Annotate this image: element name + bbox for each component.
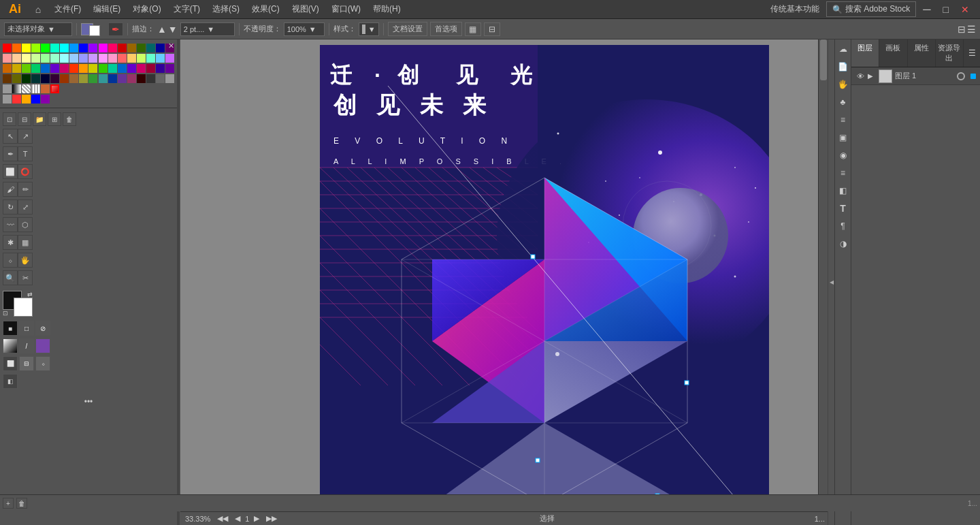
swatch-r2-2[interactable] — [12, 54, 21, 63]
swatch-r3-16[interactable] — [146, 64, 155, 73]
stroke-down-icon[interactable]: ▼ — [168, 24, 178, 35]
menu-object[interactable]: 对象(O) — [127, 2, 166, 16]
close-btn[interactable]: ✕ — [956, 3, 975, 16]
opacity-dropdown[interactable]: 100% ▼ — [284, 22, 325, 36]
ellipse-tool[interactable]: ⭕ — [18, 164, 33, 179]
swatch-s1[interactable] — [3, 95, 12, 104]
swatch-r2-3[interactable] — [22, 54, 31, 63]
layer-name[interactable]: 图层 1 — [895, 71, 954, 81]
swatch-r2-18[interactable] — [165, 54, 174, 63]
swatch-pink[interactable] — [108, 44, 117, 52]
swatch-r2-17[interactable] — [156, 54, 165, 63]
workspace-dropdown[interactable]: 传统基本功能 — [765, 2, 825, 16]
swatch-dark-green[interactable] — [137, 44, 146, 52]
stroke-dropdown[interactable]: 2 pt.... ▼ — [180, 22, 235, 36]
swatch-r3-1[interactable] — [3, 64, 12, 73]
menu-help[interactable]: 帮助(H) — [368, 2, 406, 16]
screen-mode-icon[interactable]: ◧ — [3, 374, 18, 389]
hand-rail-icon[interactable]: 🖐 — [836, 78, 850, 91]
tool-delete-icon[interactable]: 🗑 — [63, 112, 76, 126]
layer-expand-arrow[interactable]: ▶ — [868, 72, 876, 80]
rotate-tool[interactable]: ↻ — [3, 200, 18, 214]
swatch-brown[interactable] — [127, 44, 136, 52]
swatch-magenta[interactable] — [99, 44, 108, 52]
symbol-tool[interactable]: ✱ — [3, 235, 18, 250]
transform-btn[interactable]: ⊟ — [484, 22, 500, 36]
vertical-scroll-thumb[interactable] — [820, 39, 827, 80]
type-tool[interactable]: T — [18, 146, 33, 161]
stroke-pen-icon[interactable]: ✒ — [108, 22, 123, 36]
layers-icon[interactable]: 📄 — [836, 60, 850, 74]
fill-mode-icon[interactable]: ■ — [3, 321, 18, 336]
swatch-r3-9[interactable] — [79, 64, 88, 73]
next-page-btn[interactable]: ▶▶ — [264, 514, 279, 523]
swatch-r4-15[interactable] — [137, 74, 146, 83]
mesh-gradient-icon[interactable] — [35, 338, 50, 353]
maximize-btn[interactable]: □ — [938, 3, 954, 16]
swatch-r4-16[interactable] — [146, 74, 155, 83]
menu-window[interactable]: 窗口(W) — [326, 2, 366, 16]
swatch-r2-11[interactable] — [99, 54, 108, 63]
artboard-tool[interactable]: ⬦ — [3, 253, 18, 268]
swatch-r2-13[interactable] — [118, 54, 127, 63]
direct-select-tool[interactable]: ↗ — [18, 129, 33, 144]
swatch-s2[interactable] — [12, 95, 21, 104]
swatch-violet[interactable] — [88, 44, 97, 52]
swatch-pattern-1[interactable] — [22, 84, 31, 93]
swatch-r2-6[interactable] — [50, 54, 59, 63]
swatch-r3-10[interactable] — [88, 64, 97, 73]
swatch-r2-10[interactable] — [88, 54, 97, 63]
swatch-r4-11[interactable] — [99, 74, 108, 83]
box-icon[interactable]: ▣ — [836, 131, 850, 144]
column-graph-tool[interactable]: ▦ — [18, 235, 33, 250]
swatch-s3[interactable] — [22, 95, 31, 104]
swap-colors-btn[interactable]: ⇄ — [27, 291, 33, 298]
scissors-tool[interactable]: ✂ — [18, 270, 33, 285]
swatch-r4-13[interactable] — [118, 74, 127, 83]
swatch-r3-14[interactable] — [127, 64, 136, 73]
grid-icon[interactable]: ≡ — [836, 113, 850, 127]
swatch-r4-9[interactable] — [79, 74, 88, 83]
layer-visibility-icon[interactable]: 👁 — [855, 71, 865, 81]
selection-dropdown[interactable]: 未选择对象 ▼ — [4, 22, 72, 36]
swatch-orange[interactable] — [12, 44, 21, 52]
align-left-icon[interactable]: ⊟ — [958, 24, 966, 35]
menu-select[interactable]: 选择(S) — [207, 2, 245, 16]
prev-btn[interactable]: ◀ — [233, 514, 242, 523]
menu-effect[interactable]: 效果(C) — [246, 2, 285, 16]
swatch-red[interactable] — [3, 44, 12, 52]
doc-settings-btn[interactable]: 文档设置 — [388, 22, 427, 36]
swatch-r3-5[interactable] — [41, 64, 50, 73]
home-icon[interactable]: ⌂ — [31, 3, 45, 16]
swatch-r4-8[interactable] — [69, 74, 78, 83]
swatch-r4-12[interactable] — [108, 74, 117, 83]
panel-resize-handle[interactable] — [177, 39, 180, 525]
warp-tool[interactable]: 〰 — [3, 217, 18, 232]
swatch-green[interactable] — [41, 44, 50, 52]
arrange-btn[interactable]: ▦ — [465, 22, 481, 36]
rectangle-tool[interactable]: ⬜ — [3, 164, 18, 179]
half-circle-icon[interactable]: ◑ — [836, 237, 850, 251]
swatch-r4-7[interactable] — [60, 74, 69, 83]
swatch-pattern-2[interactable] — [31, 84, 40, 93]
swatch-r3-13[interactable] — [118, 64, 127, 73]
canvas-area[interactable]: 迁 · 创 见 光 创 见 未 来 E V O L U T I O N A L … — [180, 39, 828, 525]
swatch-active-red[interactable] — [50, 84, 59, 93]
swatch-blue[interactable] — [79, 44, 88, 52]
swatch-r3-4[interactable] — [31, 64, 40, 73]
swatch-r4-5[interactable] — [41, 74, 50, 83]
swatch-cyan[interactable] — [60, 44, 69, 52]
draw-inside-icon[interactable]: ⊟ — [19, 356, 34, 371]
tool-copy-icon[interactable]: ⊟ — [18, 112, 31, 126]
circle-icon[interactable]: ◉ — [836, 148, 850, 162]
swatch-r4-18[interactable] — [165, 74, 174, 83]
prev-page-btn[interactable]: ◀◀ — [215, 514, 230, 523]
swatch-dark-red[interactable] — [118, 44, 127, 52]
tool-select-icon[interactable]: ⊡ — [3, 112, 16, 126]
scale-tool[interactable]: ⤢ — [18, 200, 33, 214]
swatch-r3-18[interactable] — [165, 64, 174, 73]
stroke-up-icon[interactable]: ▲ — [157, 24, 167, 35]
swatch-r4-6[interactable] — [50, 74, 59, 83]
tab-artboards[interactable]: 画板 — [879, 39, 907, 67]
para-icon[interactable]: ¶ — [836, 219, 850, 233]
